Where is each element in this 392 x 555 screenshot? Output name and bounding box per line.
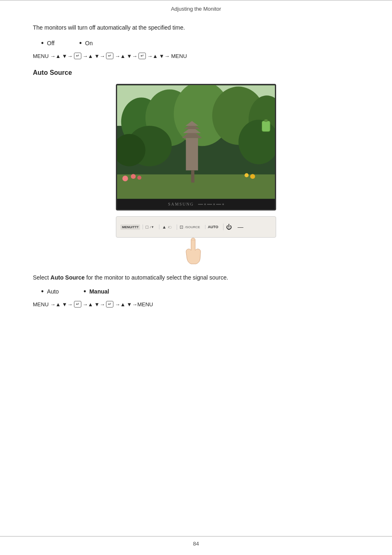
enter-btn-4: ↵ bbox=[74, 301, 81, 308]
bullet-dot-1: • bbox=[41, 39, 44, 47]
nav-text-3: →▲ bbox=[115, 53, 125, 59]
enter-btn-1: ↵ bbox=[74, 53, 81, 59]
ctrl-section1-label: /▼ bbox=[150, 225, 154, 229]
main-content: The monitors will turn off automatically… bbox=[0, 15, 392, 334]
ctrl-section-5: ⏻ bbox=[223, 224, 234, 230]
ctrl-minus: — bbox=[238, 224, 243, 230]
ctrl-power-icon: ⏻ bbox=[226, 224, 232, 230]
bullet-item-on: • On bbox=[79, 39, 93, 47]
ctrl-section2-label: /◌ bbox=[168, 225, 172, 229]
bullet-label-manual: Manual bbox=[89, 288, 109, 295]
nav-arr-down-4: ▼→ MENU bbox=[159, 53, 187, 59]
control-bar-wrapper: MENU/TTT □ /▼ ▲ /◌ ⊡ /SOURCE AUTO bbox=[116, 216, 276, 265]
ctrl-icon-1: □ bbox=[145, 224, 148, 229]
describe-suffix: for the monitor to automatically select … bbox=[85, 274, 228, 281]
nav2-arr-down-3: ▼→MENU bbox=[127, 301, 153, 308]
page-number: 84 bbox=[193, 541, 199, 547]
intro-text: The monitors will turn off automatically… bbox=[33, 23, 359, 32]
bullet-item-auto: • Auto bbox=[41, 288, 59, 295]
describe-text: Select Auto Source for the monitor to au… bbox=[33, 273, 359, 282]
nav2-text-1: MENU →▲ bbox=[33, 301, 61, 308]
nav2-arr-down-2: ▼→ bbox=[95, 301, 105, 308]
control-bar: MENU/TTT □ /▼ ▲ /◌ ⊡ /SOURCE AUTO bbox=[116, 216, 276, 238]
svg-rect-9 bbox=[186, 138, 198, 171]
enter-btn-5: ↵ bbox=[106, 301, 113, 308]
bullet-list-1: • Off • On bbox=[41, 39, 359, 47]
monitor-indicators bbox=[198, 204, 224, 205]
svg-point-19 bbox=[250, 174, 255, 179]
nav-arr-down-3: ▼→ bbox=[127, 53, 137, 59]
bullet-item-manual: • Manual bbox=[83, 288, 109, 295]
monitor-wrapper: SAMSUNG MENU/TTT □ bbox=[33, 84, 359, 265]
ctrl-section-2: ▲ /◌ bbox=[159, 224, 174, 229]
nav2-text-3: →▲ bbox=[115, 301, 125, 308]
svg-rect-21 bbox=[262, 121, 270, 132]
ctrl-section-4: AUTO bbox=[205, 225, 221, 229]
svg-point-18 bbox=[244, 173, 249, 177]
bullet-label-on: On bbox=[85, 40, 93, 46]
monitor-bottom-bar: SAMSUNG bbox=[116, 199, 276, 210]
svg-point-17 bbox=[122, 176, 128, 181]
nav2-arr-down-1: ▼→ bbox=[62, 301, 73, 308]
ctrl-icon-3: ⊡ bbox=[180, 224, 183, 230]
nav2-text-2: →▲ bbox=[83, 301, 93, 308]
indicator-line-3 bbox=[216, 204, 221, 205]
describe-prefix: Select bbox=[33, 274, 51, 281]
garden-svg bbox=[117, 85, 275, 199]
samsung-logo: SAMSUNG bbox=[168, 202, 194, 206]
nav-text-1: MENU →▲ bbox=[33, 53, 61, 59]
enter-btn-2: ↵ bbox=[106, 53, 113, 59]
header-title: Adjusting the Monitor bbox=[171, 6, 221, 12]
nav-sequence-1: MENU →▲ ▼→ ↵ →▲ ▼→ ↵ →▲ ▼→ ↵ →▲ ▼→ MENU bbox=[33, 53, 359, 59]
svg-point-16 bbox=[137, 176, 141, 180]
indicator-dot-1 bbox=[204, 204, 206, 205]
hand-svg bbox=[175, 236, 217, 265]
bullet-label-auto: Auto bbox=[47, 288, 59, 295]
describe-bold: Auto Source bbox=[51, 274, 85, 281]
nav-arr-down-1: ▼→ bbox=[62, 53, 73, 59]
ctrl-section-3: ⊡ /SOURCE bbox=[177, 224, 202, 230]
ctrl-menu-label: MENU/TTT bbox=[120, 224, 140, 230]
nav-sequence-2: MENU →▲ ▼→ ↵ →▲ ▼→ ↵ →▲ ▼→MENU bbox=[33, 301, 359, 308]
indicator-line-1 bbox=[198, 204, 203, 205]
svg-point-15 bbox=[131, 174, 136, 179]
bullet-dot-4: • bbox=[83, 288, 86, 295]
ctrl-section3-label: /SOURCE bbox=[185, 225, 200, 229]
nav-arr-down-2: ▼→ bbox=[95, 53, 105, 59]
ctrl-section-1: □ /▼ bbox=[143, 224, 157, 229]
svg-rect-20 bbox=[191, 170, 194, 183]
bullet-item-off: • Off bbox=[41, 39, 55, 47]
section-heading: Auto Source bbox=[33, 69, 359, 76]
indicator-line-2 bbox=[207, 204, 212, 205]
bullet-dot-3: • bbox=[41, 288, 44, 295]
bullet-dot-2: • bbox=[79, 39, 82, 47]
monitor-screen bbox=[116, 84, 276, 199]
ctrl-auto-label: AUTO bbox=[208, 225, 218, 229]
monitor-display: SAMSUNG bbox=[116, 84, 276, 210]
page-container: Adjusting the Monitor The monitors will … bbox=[0, 0, 392, 555]
svg-rect-22 bbox=[264, 119, 267, 122]
enter-btn-3: ↵ bbox=[138, 53, 146, 59]
header-bar: Adjusting the Monitor bbox=[0, 0, 392, 15]
indicator-dot-2 bbox=[213, 204, 215, 205]
nav-text-2: →▲ bbox=[83, 53, 93, 59]
nav-text-4: →▲ bbox=[147, 53, 158, 59]
ctrl-icon-2: ▲ bbox=[162, 224, 166, 229]
page-footer: 84 bbox=[0, 536, 392, 547]
indicator-dot-3 bbox=[222, 204, 224, 205]
bullet-list-2: • Auto • Manual bbox=[41, 288, 359, 295]
hand-area bbox=[116, 236, 276, 265]
bullet-label-off: Off bbox=[47, 40, 54, 46]
